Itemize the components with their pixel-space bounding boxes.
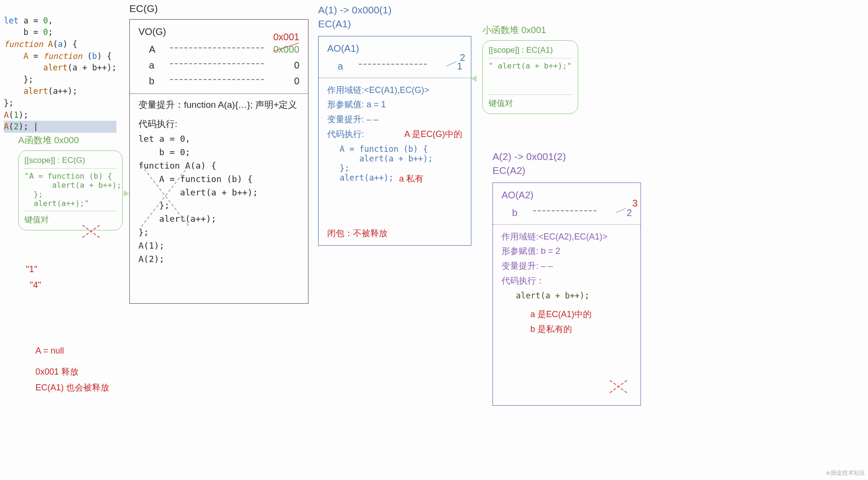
arrow-left-icon [471,75,477,82]
ao-a1-label: AO(A1) [327,43,462,54]
release-l3: EC(A1) 也会被释放 [35,380,109,395]
ec-a1-call: A(1) -> 0x000(1) [318,3,471,17]
eca2-note-b: b 是私有的 [530,322,632,337]
small-heap-body: " alert(a + b++);" [489,61,572,95]
small-heap-title: 小函数堆 0x001 [482,24,578,36]
source-code: let a = 0, b = 0; function A(a) { A = fu… [4,3,116,133]
release-l2: 0x001 释放 [35,364,109,379]
ecg-exec-body: let a = 0, b = 0; function A(a) { A = fu… [138,132,299,306]
ec-a2-call: A(2) -> 0x001(2) [492,149,641,163]
output-1: "1" [26,264,37,274]
cross-icon [80,220,102,241]
ao-a2-label: AO(A2) [502,190,632,201]
eca1-note-A: A 是EC(G)中的 [404,127,462,142]
small-scope-label: [[scope]] : EC(A1) [489,46,572,58]
b-new-value: 3 [632,198,638,209]
small-kv-label: 键值对 [489,98,572,109]
output-2: "4" [30,280,41,290]
eca1-params: 形参赋值: a = 1 [327,97,462,112]
eca1-scope-chain: 作用域链:<EC(A1),EC(G)> [327,83,462,98]
arrow-right-icon [124,190,129,197]
eca2-hoist: 变量提升: – – [502,259,632,274]
addr-new: 0x001 [274,32,300,43]
release-l1: A = null [35,343,109,358]
eca1-note-a-private: a 私有 [399,171,462,186]
eca2-scope-chain: 作用域链:<EC(A2),EC(A1)> [502,229,632,244]
eca2-note-a: a 是EC(A1)中的 [530,307,632,322]
exec-label: 代码执行: [138,118,299,130]
vo-row-b: b0 [149,76,299,87]
ec-g-title: EC(G) [129,3,308,14]
ec-a2-title: EC(A2) [492,163,641,177]
ec-a1-title: EC(A1) [318,17,471,31]
eca2-code: alert(a + b++); [516,291,632,300]
ao-row-a: a 1 2 [338,61,462,72]
ao-row-b: b 2 3 [512,207,632,218]
heap-body: "A = function (b) { alert(a + b++); }; a… [24,171,116,211]
scope-label: [[scope]] : EC(G) [24,156,116,169]
vo-row-A: A 0x001 0x000 [149,44,299,55]
ec-g-section: EC(G) VO(G) A 0x001 0x000 a0 b0 变量提升：fun… [129,3,308,304]
heap-title: A函数堆 0x000 [18,134,123,147]
eca2-params: 形参赋值: b = 2 [502,244,632,259]
closure-note: 闭包：不被释放 [327,228,388,239]
kv-label: 键值对 [24,214,116,225]
small-function-heap: 小函数堆 0x001 [[scope]] : EC(A1) " alert(a … [482,24,578,114]
ec-a1-section: A(1) -> 0x000(1) EC(A1) AO(A1) a 1 2 作用域… [318,3,471,246]
hoist-line: 变量提升：function A(a){…}; 声明+定义 [138,99,299,111]
eca2-exec-label: 代码执行： [502,274,632,288]
release-notes: A = null 0x001 释放 EC(A1) 也会被释放 [35,343,109,395]
a-new-value: 2 [460,52,465,63]
cross-icon [608,376,629,397]
eca1-exec-label: 代码执行: [327,127,364,142]
eca1-hoist: 变量提升: – – [327,112,462,127]
watermark: ⊕掘金技术社区 [826,469,865,477]
vo-row-a: a0 [149,60,299,71]
ec-a2-section: A(2) -> 0x001(2) EC(A2) AO(A2) b 2 3 作用域… [492,149,641,406]
a-function-heap: A函数堆 0x000 [[scope]] : EC(G) "A = functi… [18,134,123,230]
